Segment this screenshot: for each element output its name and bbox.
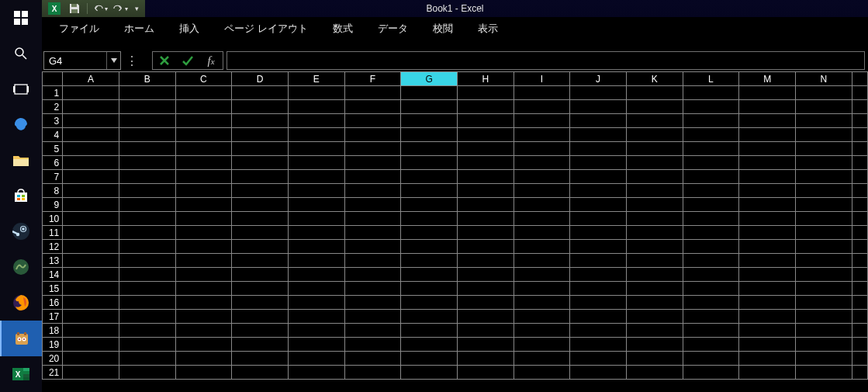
cell-B20[interactable] [119, 352, 175, 366]
column-header-B[interactable]: B [119, 72, 175, 86]
cell-N1[interactable] [795, 86, 852, 100]
cell-G16[interactable] [401, 296, 458, 310]
cell-partial-20[interactable] [852, 352, 867, 366]
cell-C7[interactable] [175, 170, 232, 184]
cell-K18[interactable] [626, 324, 683, 338]
cell-C19[interactable] [175, 338, 232, 352]
cell-B16[interactable] [119, 296, 175, 310]
cell-I15[interactable] [514, 282, 570, 296]
cell-E16[interactable] [288, 296, 344, 310]
cell-A5[interactable] [63, 142, 119, 156]
cell-F20[interactable] [344, 352, 401, 366]
row-header-10[interactable]: 10 [43, 212, 63, 226]
cell-E4[interactable] [288, 128, 344, 142]
cell-L7[interactable] [683, 170, 739, 184]
cell-L13[interactable] [683, 254, 739, 268]
start-button[interactable] [0, 0, 42, 36]
cell-H7[interactable] [457, 170, 514, 184]
row-header-21[interactable]: 21 [43, 366, 63, 380]
column-header-L[interactable]: L [683, 72, 739, 86]
cell-F10[interactable] [344, 212, 401, 226]
undo-icon[interactable]: ▾ [92, 2, 108, 16]
cell-F12[interactable] [344, 240, 401, 254]
cell-C3[interactable] [175, 114, 232, 128]
cell-E13[interactable] [288, 254, 344, 268]
cell-partial-21[interactable] [852, 366, 867, 380]
cell-M6[interactable] [739, 156, 796, 170]
cell-J17[interactable] [570, 310, 627, 324]
cell-N9[interactable] [795, 198, 852, 212]
cell-I8[interactable] [514, 184, 570, 198]
cell-I5[interactable] [514, 142, 570, 156]
cell-D2[interactable] [232, 100, 289, 114]
cell-M17[interactable] [739, 310, 796, 324]
cell-N11[interactable] [795, 226, 852, 240]
cell-K17[interactable] [626, 310, 683, 324]
cell-J13[interactable] [570, 254, 627, 268]
cell-D4[interactable] [232, 128, 289, 142]
cell-L11[interactable] [683, 226, 739, 240]
cell-M7[interactable] [739, 170, 796, 184]
cell-C20[interactable] [175, 352, 232, 366]
taskview-button[interactable] [0, 71, 42, 107]
cell-L3[interactable] [683, 114, 739, 128]
cell-B5[interactable] [119, 142, 175, 156]
cell-F8[interactable] [344, 184, 401, 198]
row-header-3[interactable]: 3 [43, 114, 63, 128]
store-button[interactable] [0, 179, 42, 214]
cell-F9[interactable] [344, 198, 401, 212]
cell-A1[interactable] [63, 86, 119, 100]
cell-B18[interactable] [119, 324, 175, 338]
row-header-1[interactable]: 1 [43, 86, 63, 100]
cell-I2[interactable] [514, 100, 570, 114]
cell-G13[interactable] [401, 254, 458, 268]
column-header-E[interactable]: E [288, 72, 344, 86]
cell-M5[interactable] [739, 142, 796, 156]
cell-A7[interactable] [63, 170, 119, 184]
ribbon-tab-home[interactable]: ホーム [112, 17, 167, 40]
cell-G4[interactable] [401, 128, 458, 142]
cell-M2[interactable] [739, 100, 796, 114]
cell-G3[interactable] [401, 114, 458, 128]
cell-D14[interactable] [232, 268, 289, 282]
row-header-15[interactable]: 15 [43, 282, 63, 296]
cell-I14[interactable] [514, 268, 570, 282]
cell-K14[interactable] [626, 268, 683, 282]
column-header-K[interactable]: K [626, 72, 683, 86]
column-header-D[interactable]: D [232, 72, 289, 86]
cell-partial-1[interactable] [852, 86, 867, 100]
app-button[interactable] [0, 249, 42, 285]
cell-G6[interactable] [401, 156, 458, 170]
edge-button[interactable] [0, 107, 42, 143]
cell-D18[interactable] [232, 324, 289, 338]
cell-B13[interactable] [119, 254, 175, 268]
cell-H15[interactable] [457, 282, 514, 296]
cell-A18[interactable] [63, 324, 119, 338]
cell-L10[interactable] [683, 212, 739, 226]
cell-partial-6[interactable] [852, 156, 867, 170]
cell-B9[interactable] [119, 198, 175, 212]
cell-M18[interactable] [739, 324, 796, 338]
cell-L9[interactable] [683, 198, 739, 212]
row-header-12[interactable]: 12 [43, 240, 63, 254]
cell-N18[interactable] [795, 324, 852, 338]
name-box[interactable]: G4 [43, 51, 121, 70]
cell-E3[interactable] [288, 114, 344, 128]
cell-N13[interactable] [795, 254, 852, 268]
cell-N3[interactable] [795, 114, 852, 128]
cell-partial-10[interactable] [852, 212, 867, 226]
cell-L2[interactable] [683, 100, 739, 114]
cell-D7[interactable] [232, 170, 289, 184]
worksheet[interactable]: ABCDEFGHIJKLMN12345678910111213141516171… [42, 71, 868, 392]
formula-bar[interactable] [227, 51, 865, 70]
cell-N21[interactable] [795, 366, 852, 380]
cell-N14[interactable] [795, 268, 852, 282]
cell-G15[interactable] [401, 282, 458, 296]
cell-C21[interactable] [175, 366, 232, 380]
cell-E11[interactable] [288, 226, 344, 240]
cell-I3[interactable] [514, 114, 570, 128]
file-explorer-button[interactable] [0, 143, 42, 179]
cell-M13[interactable] [739, 254, 796, 268]
row-header-20[interactable]: 20 [43, 352, 63, 366]
column-header-I[interactable]: I [514, 72, 570, 86]
